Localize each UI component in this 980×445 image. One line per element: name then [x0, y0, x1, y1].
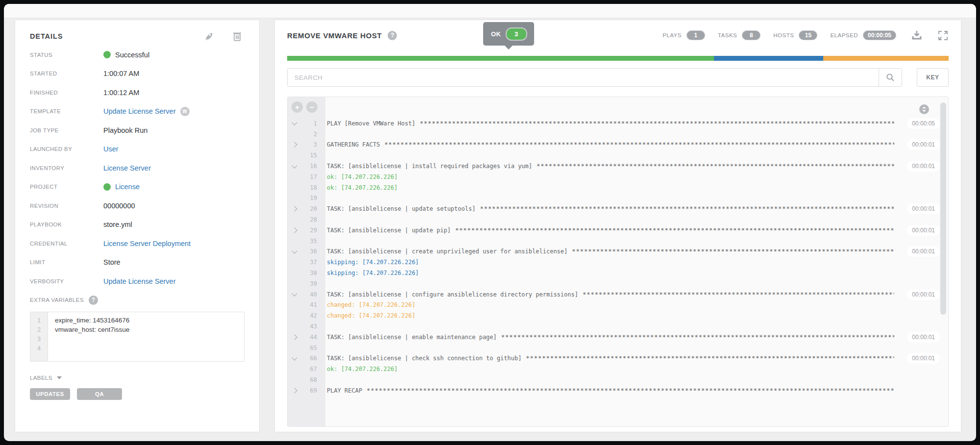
console-line-text: PLAY [Remove VMWare Host] [327, 120, 416, 127]
details-row: PROJECTLicense [30, 182, 245, 192]
details-text: Playbook Run [103, 126, 147, 134]
console-row: 68 [288, 374, 894, 385]
row-toggle-chevron[interactable] [288, 250, 301, 253]
details-row-label: PLAYBOOK [30, 222, 103, 227]
console-row: 69PLAY RECAP****************************… [288, 385, 894, 396]
editor-line-number: 1 [30, 316, 48, 325]
console-row: 28 [288, 214, 894, 225]
extra-variables-row: EXTRA VARIABLES ? [30, 295, 245, 305]
job-output-panel: REMOVE VMWARE HOST ? PLAYS1TASKS8HOSTS15… [274, 20, 961, 432]
row-toggle-chevron[interactable] [288, 207, 301, 211]
help-icon[interactable]: ? [388, 31, 397, 40]
extra-variables-label: EXTRA VARIABLES [30, 297, 84, 303]
details-row: JOB TYPEPlaybook Run [30, 125, 245, 135]
chevron-right-icon [292, 227, 297, 233]
console-line-text: ok: [74.207.226.226] [327, 184, 398, 191]
details-link[interactable]: License Server Deployment [103, 240, 191, 247]
console-row: 66TASK: [ansiblelicense | check ssh conn… [288, 353, 894, 364]
zoom-in-button[interactable]: + [292, 101, 303, 113]
details-row-label: CREDENTIAL [30, 241, 103, 247]
details-text: Store [103, 258, 121, 266]
console-line-number: 20 [301, 205, 317, 212]
console-line-text: changed: [74.207.226.226] [327, 312, 416, 319]
console-row: 67ok: [74.207.226.226] [288, 364, 894, 374]
details-link[interactable]: Update License Server [103, 277, 176, 285]
console-row: 41changed: [74.207.226.226] [288, 300, 894, 311]
extra-variables-editor[interactable]: 1234 expire_time: 1453164676vmware_host:… [30, 312, 245, 362]
labels-header[interactable]: LABELS [30, 373, 245, 382]
console-scrollbar[interactable] [940, 102, 946, 315]
console-row: 36TASK: [ansiblelicense | create unprivi… [288, 247, 894, 257]
row-toggle-chevron[interactable] [288, 293, 301, 296]
row-toggle-chevron[interactable] [288, 389, 301, 393]
console-line-number: 28 [301, 216, 317, 223]
relaunch-button[interactable] [203, 30, 215, 42]
console-line-text: TASK: [ansiblelicense | install required… [327, 163, 532, 170]
chevron-right-icon [292, 334, 297, 340]
expand-output-button[interactable] [937, 30, 949, 41]
console-line-text: ok: [74.207.226.226] [327, 366, 398, 372]
fullscreen-icon [937, 30, 949, 41]
row-toggle-chevron[interactable] [288, 165, 301, 168]
console-row: 29TASK: [ansiblelicense | update pip]***… [288, 225, 894, 236]
job-stat-badge: 1 [686, 30, 705, 40]
details-row-value: 1:00:12 AM [103, 89, 139, 97]
search-button[interactable] [879, 69, 902, 86]
console-row: 65 [288, 343, 894, 353]
details-link[interactable]: License [115, 183, 140, 191]
details-link[interactable]: User [103, 145, 119, 153]
console-lines: 1PLAY [Remove VMWare Host]**************… [288, 118, 948, 396]
details-text: 00000000 [103, 202, 135, 210]
details-row-value: License Server [103, 164, 151, 172]
console-line-number: 35 [301, 238, 317, 245]
details-row: REVISION00000000 [30, 200, 245, 211]
search-wrap [287, 68, 902, 87]
console-line-number: 43 [301, 323, 317, 330]
console-line-number: 19 [301, 195, 317, 201]
editor-line-number: 3 [30, 334, 48, 344]
search-input[interactable] [288, 69, 879, 86]
row-toggle-chevron[interactable] [288, 357, 301, 360]
console-line-text: TASK: [ansiblelicense | update pip] [327, 227, 451, 234]
delete-button[interactable] [232, 30, 243, 42]
details-row-value: Playbook Run [103, 126, 147, 134]
row-toggle-chevron[interactable] [288, 122, 301, 124]
details-row-label: PROJECT [30, 184, 103, 190]
label-tags: UPDATESQA [30, 388, 245, 400]
job-stat: PLAYS1 [662, 30, 705, 40]
details-link[interactable]: License Server [103, 164, 151, 172]
console-row: 16TASK: [ansiblelicense | install requir… [288, 161, 894, 172]
console-line-asterisks: ****************************************… [526, 355, 894, 362]
console-line-text: TASK: [ansiblelicense | enable maintenan… [327, 334, 497, 341]
label-tag: UPDATES [30, 388, 70, 400]
zoom-out-button[interactable]: − [306, 101, 318, 113]
console-row: 37skipping: [74.207.226.226] [288, 257, 894, 268]
details-row: PLAYBOOKstore.yml [30, 220, 245, 230]
collapse-all-button[interactable] [919, 104, 930, 115]
status-tooltip: OK 3 [483, 22, 534, 46]
console-row: 17ok: [74.207.226.226] [288, 172, 894, 182]
chevron-down-icon [292, 163, 297, 168]
row-toggle-chevron[interactable] [288, 143, 301, 147]
details-row-label: LAUNCHED BY [30, 146, 103, 152]
job-stat-badge: 15 [799, 30, 817, 40]
job-stat-badge: 8 [742, 30, 760, 40]
row-toggle-chevron[interactable] [288, 335, 301, 339]
workflow-icon[interactable]: W [180, 107, 190, 116]
job-stat: TASKS8 [718, 30, 760, 40]
download-output-button[interactable] [911, 29, 923, 41]
row-toggle-chevron[interactable] [288, 228, 301, 232]
page: DETAILS [4, 4, 976, 441]
console-line-text: ok: [74.207.226.226] [327, 173, 398, 180]
help-icon[interactable]: ? [89, 296, 98, 305]
console-row: 3GATHERING FACTS************************… [288, 140, 894, 150]
key-button[interactable]: KEY [917, 68, 949, 87]
console-line-text: TASK: [ansiblelicense | check ssh connec… [327, 355, 521, 362]
console-line-text: PLAY RECAP [327, 387, 362, 394]
job-stat-label: HOSTS [773, 32, 794, 38]
details-link[interactable]: Update License Server [103, 107, 176, 115]
console-line-text: TASK: [ansiblelicense | update setuptool… [327, 205, 475, 212]
console-line-text: TASK: [ansiblelicense | create unprivile… [327, 248, 567, 255]
search-row: KEY [287, 68, 949, 87]
details-row: TEMPLATEUpdate License ServerW [30, 106, 245, 117]
